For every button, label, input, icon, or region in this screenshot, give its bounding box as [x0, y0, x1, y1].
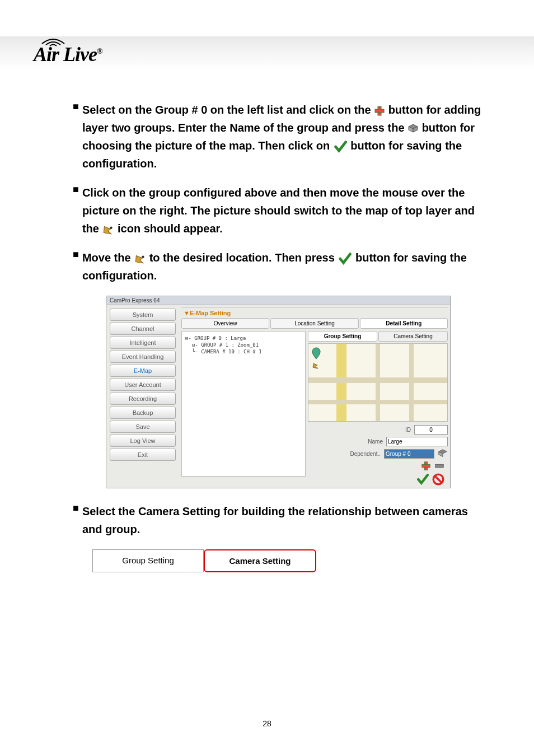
- sidebar-item-channel[interactable]: Channel: [110, 323, 176, 335]
- check-icon: [338, 252, 352, 265]
- bullet-2: ■ Click on the group configured above an…: [73, 184, 484, 237]
- bullet-text: Move the to the desired location. Then p…: [82, 249, 484, 284]
- tree-view[interactable]: ⊟- GROUP # 0 : Large ⊟- GROUP # 1 : Zoom…: [181, 331, 306, 477]
- tree-item[interactable]: ⊟- GROUP # 1 : Zoom_01: [185, 342, 302, 348]
- subtab-camera[interactable]: Camera Setting: [378, 331, 448, 342]
- tree-item[interactable]: └- CAMERA # 10 : CH # 1: [185, 348, 302, 355]
- right-panel: Group Setting Camera Setting: [308, 331, 448, 486]
- sidebar-item-recording[interactable]: Recording: [110, 393, 176, 405]
- sidebar: System Channel Intelligent Event Handlin…: [106, 305, 179, 488]
- svg-point-5: [110, 226, 113, 228]
- bullet-4: ■ Select the Camera Setting for building…: [73, 502, 484, 538]
- dependent-select[interactable]: Group # 0: [384, 449, 434, 459]
- svg-rect-11: [435, 464, 443, 467]
- dependent-label: Dependent..: [350, 451, 381, 457]
- svg-rect-10: [422, 464, 430, 467]
- sidebar-item-user[interactable]: User Account: [110, 379, 176, 391]
- app-screenshot: CamPro Express 64 System Channel Intelli…: [106, 296, 451, 488]
- bullet-text: Select on the Group # 0 on the left list…: [82, 101, 484, 172]
- tree-item[interactable]: ⊟- GROUP # 0 : Large: [185, 335, 302, 342]
- bullet-marker: ■: [73, 184, 79, 237]
- name-input[interactable]: [386, 437, 448, 446]
- bullet-text: Click on the group configured above and …: [82, 184, 484, 237]
- picture-icon[interactable]: [438, 449, 448, 459]
- camera-setting-tab[interactable]: Camera Setting: [204, 549, 316, 572]
- camera-icon: [134, 253, 146, 265]
- page-number: 28: [0, 719, 534, 728]
- logo-text: Air Live®: [34, 43, 102, 66]
- bullet-marker: ■: [73, 249, 79, 284]
- cancel-icon[interactable]: [432, 473, 444, 486]
- check-icon[interactable]: [416, 473, 429, 486]
- plus-icon[interactable]: [421, 461, 431, 471]
- main-panel: ▼E-Map Setting Overview Location Setting…: [179, 305, 450, 488]
- sidebar-item-logview[interactable]: Log View: [110, 435, 176, 447]
- subtab-group[interactable]: Group Setting: [308, 331, 377, 342]
- sidebar-item-system[interactable]: System: [110, 309, 176, 321]
- bullet-marker: ■: [73, 502, 79, 538]
- map-preview[interactable]: [308, 343, 448, 422]
- picture-icon: [407, 123, 419, 134]
- tab-overview[interactable]: Overview: [181, 318, 269, 329]
- svg-line-13: [435, 477, 442, 483]
- tab-location[interactable]: Location Setting: [270, 318, 358, 329]
- svg-point-6: [142, 255, 144, 258]
- id-input[interactable]: [414, 425, 448, 435]
- plus-icon: [374, 105, 385, 116]
- check-icon: [333, 140, 348, 153]
- field-panel: ID Name Dependent.. Group # 0: [308, 425, 448, 486]
- camera-marker-icon: [312, 362, 320, 370]
- bullet-marker: ■: [73, 101, 79, 172]
- content-area: ■ Select on the Group # 0 on the left li…: [73, 101, 484, 572]
- window-titlebar: CamPro Express 64: [106, 296, 450, 305]
- logo: Air Live®: [34, 34, 102, 66]
- group-setting-tab[interactable]: Group Setting: [92, 549, 204, 572]
- bullet-1: ■ Select on the Group # 0 on the left li…: [73, 101, 484, 172]
- map-pin-icon: [311, 347, 321, 360]
- bullet-text: Select the Camera Setting for building t…: [82, 502, 484, 538]
- svg-rect-1: [375, 109, 384, 113]
- section-title: ▼E-Map Setting: [181, 307, 448, 318]
- setting-tabs: Group Setting Camera Setting: [92, 549, 316, 572]
- camera-icon: [102, 223, 114, 236]
- minus-icon[interactable]: [434, 461, 444, 471]
- sidebar-item-exit[interactable]: Exit: [110, 449, 176, 461]
- sidebar-item-save[interactable]: Save: [110, 421, 176, 433]
- tab-detail[interactable]: Detail Setting: [360, 318, 448, 329]
- bullet-3: ■ Move the to the desired location. Then…: [73, 249, 484, 284]
- sidebar-item-intelligent[interactable]: Intelligent: [110, 337, 176, 349]
- name-label: Name: [368, 438, 383, 445]
- sidebar-item-backup[interactable]: Backup: [110, 407, 176, 419]
- sidebar-item-event[interactable]: Event Handling: [110, 351, 176, 363]
- id-label: ID: [405, 427, 411, 433]
- sidebar-item-emap[interactable]: E-Map: [110, 365, 176, 377]
